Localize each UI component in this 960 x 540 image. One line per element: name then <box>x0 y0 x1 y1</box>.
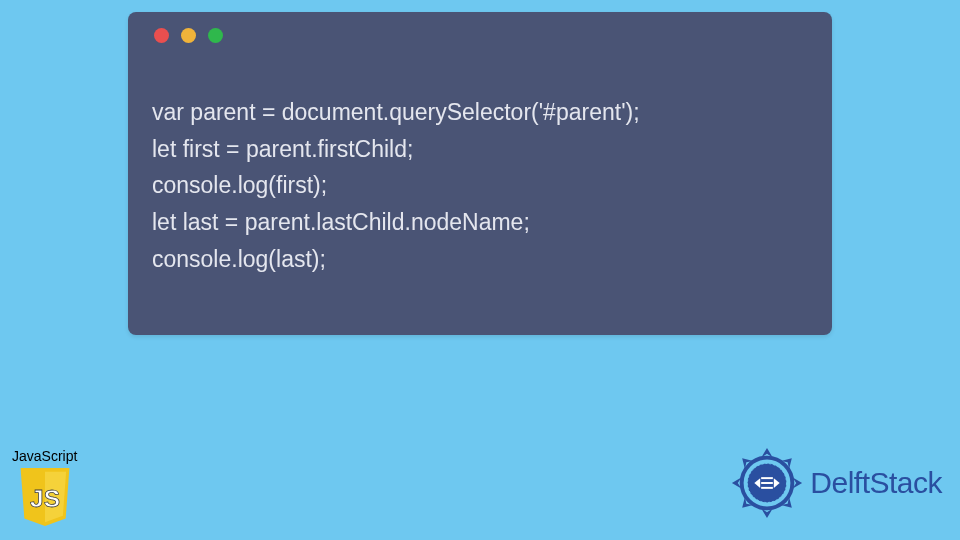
js-shield-icon: JS JS <box>16 466 74 528</box>
close-icon <box>154 28 169 43</box>
code-line: var parent = document.querySelector('#pa… <box>152 99 640 125</box>
minimize-icon <box>181 28 196 43</box>
code-window: var parent = document.querySelector('#pa… <box>128 12 832 335</box>
svg-rect-6 <box>761 477 773 479</box>
javascript-label: JavaScript <box>12 448 77 464</box>
svg-rect-8 <box>761 487 773 489</box>
brand-name: DelftStack <box>810 466 942 500</box>
delftstack-badge-icon <box>728 444 806 522</box>
window-controls <box>152 28 808 43</box>
svg-text:JS: JS <box>30 485 60 512</box>
code-line: console.log(last); <box>152 246 326 272</box>
code-line: let first = parent.firstChild; <box>152 136 413 162</box>
maximize-icon <box>208 28 223 43</box>
delftstack-brand: DelftStack <box>728 444 942 522</box>
code-line: console.log(first); <box>152 172 327 198</box>
svg-rect-7 <box>761 482 773 484</box>
code-line: let last = parent.lastChild.nodeName; <box>152 209 530 235</box>
code-block: var parent = document.querySelector('#pa… <box>152 57 808 315</box>
javascript-logo: JavaScript JS JS <box>12 448 77 528</box>
